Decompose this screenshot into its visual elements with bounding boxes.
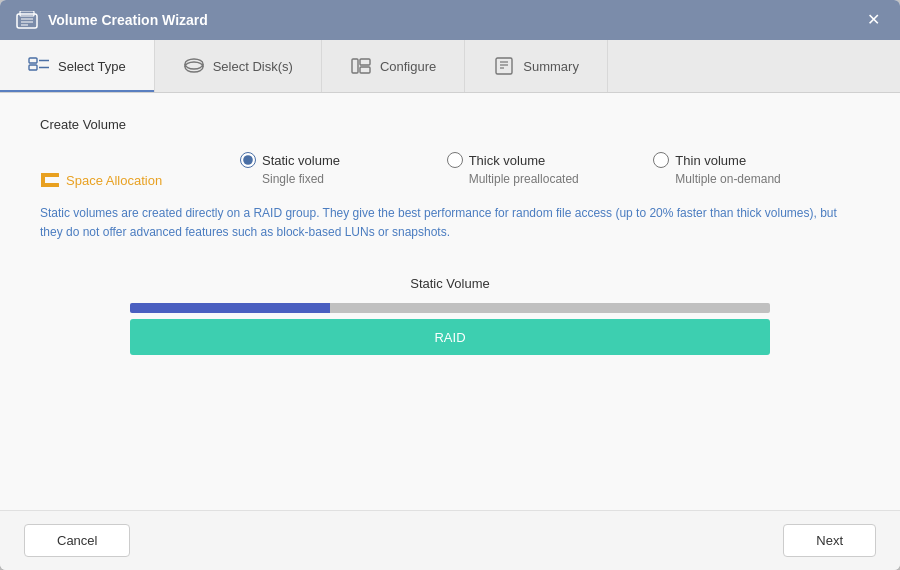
footer: Cancel Next: [0, 510, 900, 570]
option-thick[interactable]: Thick volume Multiple preallocated: [447, 152, 654, 186]
raid-label: RAID: [434, 330, 465, 345]
diagram-bars: RAID: [130, 299, 770, 355]
tab-summary[interactable]: Summary: [465, 40, 608, 92]
title-bar: Volume Creation Wizard ✕: [0, 0, 900, 40]
radio-static-sublabel: Single fixed: [240, 172, 324, 186]
tab-select-type[interactable]: Select Type: [0, 40, 155, 92]
option-thin[interactable]: Thin volume Multiple on-demand: [653, 152, 860, 186]
close-button[interactable]: ✕: [863, 10, 884, 30]
svg-rect-6: [29, 65, 37, 70]
radio-thin-sublabel: Multiple on-demand: [653, 172, 780, 186]
options-row: Space Allocation Static volume Single fi…: [40, 152, 860, 188]
content-area: Create Volume Space Allocation Stat: [0, 93, 900, 510]
tabs-bar: Select Type Select Disk(s): [0, 40, 900, 93]
space-allocation-label: Space Allocation: [40, 152, 240, 188]
radio-thick[interactable]: [447, 152, 463, 168]
bar-gray: [330, 303, 770, 313]
bar-blue: [130, 303, 330, 313]
tab-select-disks[interactable]: Select Disk(s): [155, 40, 322, 92]
window-title: Volume Creation Wizard: [48, 12, 208, 28]
select-type-icon: [28, 57, 50, 75]
svg-rect-13: [352, 59, 358, 73]
svg-rect-21: [41, 173, 59, 177]
svg-rect-14: [360, 59, 370, 65]
raid-bar: RAID: [130, 319, 770, 355]
next-button[interactable]: Next: [783, 524, 876, 557]
svg-rect-5: [29, 58, 37, 63]
cancel-button[interactable]: Cancel: [24, 524, 130, 557]
radio-thick-sublabel: Multiple preallocated: [447, 172, 579, 186]
window: Volume Creation Wizard ✕ Select Type: [0, 0, 900, 570]
radio-static[interactable]: [240, 152, 256, 168]
summary-icon: [493, 57, 515, 75]
space-allocation-icon: [40, 172, 60, 188]
svg-rect-15: [360, 67, 370, 73]
tab-configure-label: Configure: [380, 59, 436, 74]
tab-select-disks-label: Select Disk(s): [213, 59, 293, 74]
svg-rect-22: [41, 183, 59, 187]
radio-thin[interactable]: [653, 152, 669, 168]
select-disks-icon: [183, 57, 205, 75]
tab-configure[interactable]: Configure: [322, 40, 465, 92]
static-volume-bar-row: [130, 299, 770, 317]
svg-rect-16: [496, 58, 512, 74]
diagram-section: Static Volume RAID: [40, 276, 860, 355]
radio-thin-label: Thin volume: [675, 153, 746, 168]
space-allocation-text: Space Allocation: [66, 173, 162, 188]
radio-static-label: Static volume: [262, 153, 340, 168]
section-title: Create Volume: [40, 117, 860, 132]
tab-select-type-label: Select Type: [58, 59, 126, 74]
title-bar-left: Volume Creation Wizard: [16, 11, 208, 29]
tab-summary-label: Summary: [523, 59, 579, 74]
radio-thick-label: Thick volume: [469, 153, 546, 168]
option-static[interactable]: Static volume Single fixed: [240, 152, 447, 186]
configure-icon: [350, 57, 372, 75]
description-text: Static volumes are created directly on a…: [40, 204, 860, 242]
diagram-title: Static Volume: [410, 276, 490, 291]
window-icon: [16, 11, 38, 29]
